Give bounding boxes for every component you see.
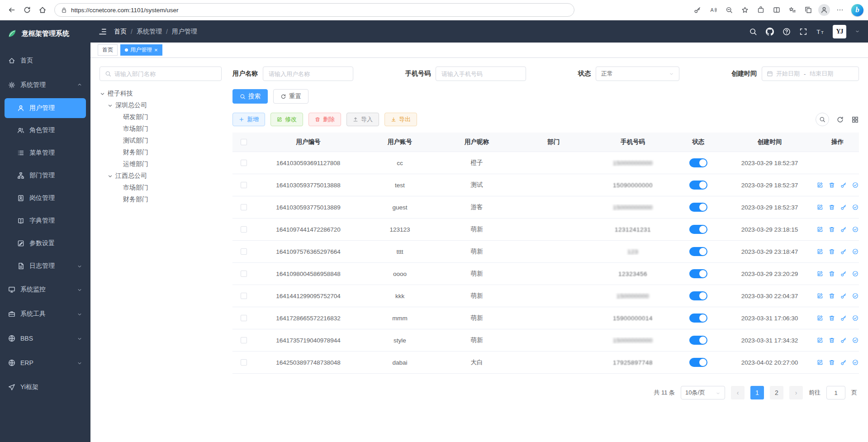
- sidebar-item-yi-framework[interactable]: Yi框架: [0, 375, 90, 399]
- import-button[interactable]: 导入: [346, 113, 379, 126]
- phone-input[interactable]: [436, 67, 526, 81]
- tab-user-mgmt[interactable]: 用户管理×: [120, 44, 162, 56]
- tree-node[interactable]: 江西总公司: [100, 170, 222, 182]
- row-checkbox[interactable]: [241, 315, 247, 321]
- edit-row-icon[interactable]: [817, 271, 823, 277]
- add-favorite-icon[interactable]: [738, 3, 752, 17]
- reset-button[interactable]: 重置: [273, 89, 308, 104]
- reset-password-icon[interactable]: [840, 248, 847, 255]
- sidebar-item-erp[interactable]: ERP: [0, 351, 90, 375]
- assign-role-icon[interactable]: [852, 226, 859, 233]
- edit-button[interactable]: 修改: [270, 113, 303, 126]
- assign-role-icon[interactable]: [852, 271, 859, 277]
- edit-row-icon[interactable]: [817, 359, 823, 366]
- assign-role-icon[interactable]: [852, 337, 859, 343]
- reset-password-icon[interactable]: [840, 315, 847, 321]
- reset-password-icon[interactable]: [840, 204, 847, 210]
- column-settings-icon[interactable]: [851, 116, 859, 124]
- status-toggle[interactable]: [689, 314, 707, 323]
- breadcrumb-item[interactable]: 系统管理: [137, 28, 162, 36]
- sidebar-item-menu-mgmt[interactable]: 菜单管理: [0, 142, 90, 164]
- tree-node[interactable]: 研发部门: [100, 111, 222, 123]
- row-checkbox[interactable]: [241, 293, 247, 299]
- sidebar-item-system-monitor[interactable]: 系统监控: [0, 277, 90, 302]
- sidebar-item-role-mgmt[interactable]: 角色管理: [0, 119, 90, 142]
- tree-node[interactable]: 橙子科技: [100, 88, 222, 100]
- tree-node[interactable]: 运维部门: [100, 158, 222, 170]
- collapse-sidebar-icon[interactable]: [99, 28, 107, 36]
- status-toggle[interactable]: [689, 158, 707, 167]
- sidebar-item-param-settings[interactable]: 参数设置: [0, 232, 90, 255]
- sidebar-item-log-mgmt[interactable]: 日志管理: [0, 255, 90, 277]
- delete-button[interactable]: 删除: [308, 113, 341, 126]
- status-toggle[interactable]: [689, 181, 707, 190]
- github-icon[interactable]: [766, 28, 774, 36]
- delete-row-icon[interactable]: [829, 271, 835, 277]
- reset-password-icon[interactable]: [840, 271, 847, 277]
- row-checkbox[interactable]: [241, 337, 247, 343]
- edit-row-icon[interactable]: [817, 204, 823, 210]
- status-select[interactable]: 正常: [596, 67, 679, 81]
- reset-password-icon[interactable]: [840, 226, 847, 233]
- page-1-button[interactable]: 1: [750, 386, 764, 399]
- goto-page-input[interactable]: [826, 386, 845, 399]
- sidebar-item-user-mgmt[interactable]: 用户管理: [5, 98, 86, 118]
- row-checkbox[interactable]: [241, 248, 247, 255]
- browser-refresh-icon[interactable]: [20, 3, 34, 17]
- status-toggle[interactable]: [689, 247, 707, 256]
- sidebar-item-dict-mgmt[interactable]: 字典管理: [0, 209, 90, 232]
- row-checkbox[interactable]: [241, 226, 247, 233]
- read-aloud-icon[interactable]: A: [706, 3, 721, 17]
- dept-search-input[interactable]: [114, 71, 216, 77]
- status-toggle[interactable]: [689, 358, 707, 367]
- tab-home[interactable]: 首页: [98, 44, 118, 56]
- avatar-caret-icon[interactable]: [855, 29, 860, 34]
- sidebar-item-dept-mgmt[interactable]: 部门管理: [0, 164, 90, 187]
- date-range-picker[interactable]: 开始日期 - 结束日期: [762, 67, 859, 81]
- breadcrumb-item[interactable]: 用户管理: [172, 28, 197, 36]
- edit-row-icon[interactable]: [817, 293, 823, 299]
- user-avatar[interactable]: YJ: [833, 25, 846, 38]
- edit-row-icon[interactable]: [817, 182, 823, 188]
- delete-row-icon[interactable]: [829, 293, 835, 299]
- sidebar-item-post-mgmt[interactable]: 岗位管理: [0, 187, 90, 209]
- row-checkbox[interactable]: [241, 271, 247, 277]
- reset-password-icon[interactable]: [840, 359, 847, 366]
- row-checkbox[interactable]: [241, 359, 247, 366]
- fullscreen-icon[interactable]: [799, 28, 807, 36]
- tree-node[interactable]: 深圳总公司: [100, 100, 222, 111]
- assign-role-icon[interactable]: [852, 182, 859, 188]
- browser-more-icon[interactable]: [833, 3, 847, 17]
- bing-icon[interactable]: b: [851, 4, 863, 16]
- status-toggle[interactable]: [689, 269, 707, 278]
- row-checkbox[interactable]: [241, 204, 247, 210]
- tree-node[interactable]: 测试部门: [100, 135, 222, 147]
- refresh-table-icon[interactable]: [836, 116, 844, 124]
- tree-node[interactable]: 市场部门: [100, 182, 222, 194]
- delete-row-icon[interactable]: [829, 226, 835, 233]
- edit-row-icon[interactable]: [817, 337, 823, 343]
- edit-row-icon[interactable]: [817, 248, 823, 255]
- font-size-icon[interactable]: TT: [816, 28, 824, 36]
- sidebar-item-bbs[interactable]: BBS: [0, 326, 90, 351]
- page-size-select[interactable]: 10条/页: [681, 386, 725, 399]
- browser-back-icon[interactable]: [5, 3, 19, 17]
- edit-row-icon[interactable]: [817, 315, 823, 321]
- add-button[interactable]: 新增: [232, 113, 265, 126]
- sidebar-item-system-mgmt[interactable]: 系统管理: [0, 73, 90, 97]
- header-search-icon[interactable]: [749, 28, 757, 36]
- browser-profile-avatar[interactable]: [818, 4, 830, 16]
- browser-home-icon[interactable]: [35, 3, 50, 17]
- extensions-icon[interactable]: [754, 3, 768, 17]
- collections-icon[interactable]: [801, 3, 816, 17]
- status-toggle[interactable]: [689, 203, 707, 212]
- reset-password-icon[interactable]: [840, 293, 847, 299]
- address-bar[interactable]: https://ccnetcore.com:1101/system/user: [54, 3, 574, 17]
- row-checkbox[interactable]: [241, 182, 247, 188]
- delete-row-icon[interactable]: [829, 248, 835, 255]
- delete-row-icon[interactable]: [829, 337, 835, 343]
- edit-row-icon[interactable]: [817, 226, 823, 233]
- assign-role-icon[interactable]: [852, 293, 859, 299]
- delete-row-icon[interactable]: [829, 204, 835, 210]
- password-key-icon[interactable]: [690, 3, 705, 17]
